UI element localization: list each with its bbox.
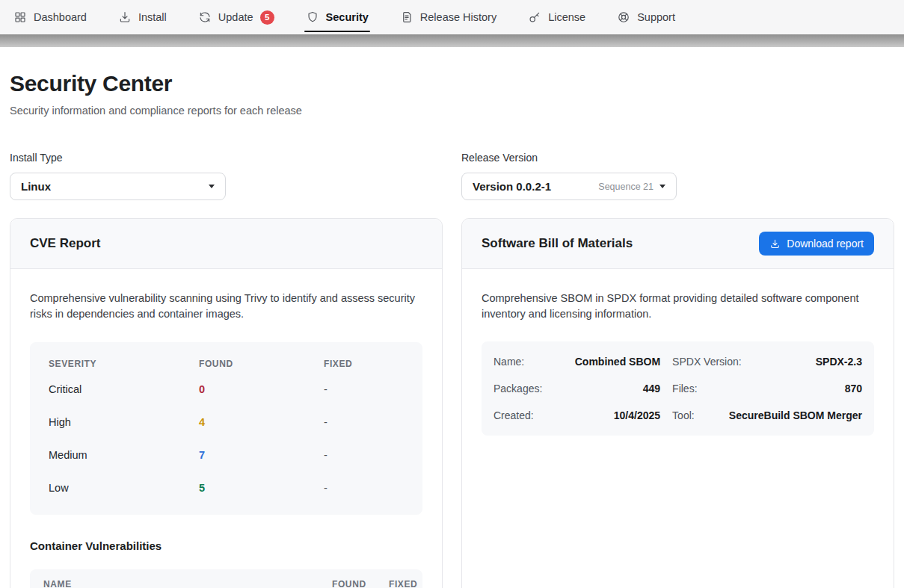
severity-name: High (49, 416, 199, 428)
severity-table-header: SEVERITY FOUND FIXED (49, 355, 404, 373)
download-icon (118, 10, 132, 24)
tab-label: License (548, 11, 585, 23)
install-type-label: Install Type (10, 152, 443, 164)
column-header-name: NAME (43, 579, 332, 588)
cve-report-header: CVE Report (10, 219, 442, 269)
severity-name: Medium (49, 449, 199, 461)
table-row: Critical 0 - (49, 373, 404, 406)
sbom-card: Software Bill of Materials Download repo… (461, 218, 894, 588)
cards-row: CVE Report Comprehensive vulnerability s… (10, 218, 894, 588)
container-vulnerabilities-table-header: NAME FOUND FIXED (30, 569, 422, 588)
cve-report-body: Comprehensive vulnerability scanning usi… (10, 269, 442, 588)
detail-value: 10/4/2025 (534, 409, 660, 421)
download-report-label: Download report (787, 238, 864, 250)
detail-value: SPDX-2.3 (742, 356, 862, 368)
dashboard-grid-icon (13, 10, 27, 24)
chevron-down-icon (659, 185, 665, 188)
column-header-found: FOUND (199, 359, 324, 369)
sbom-header: Software Bill of Materials Download repo… (462, 219, 894, 269)
tab-install[interactable]: Install (118, 0, 167, 34)
key-icon (528, 10, 541, 24)
top-navigation: Dashboard Install Update 5 Security Rele… (0, 0, 904, 34)
detail-label: Created: (493, 409, 534, 421)
severity-found-count: 5 (199, 482, 324, 494)
release-version-filter: Release Version Version 0.0.2-1 Sequence… (461, 152, 894, 200)
tab-support[interactable]: Support (617, 0, 675, 34)
column-header-fixed: FIXED (324, 359, 404, 369)
table-row: Packages: 449 Files: 870 (493, 375, 862, 402)
update-count-badge: 5 (260, 10, 274, 25)
download-icon (769, 238, 781, 250)
cve-report-card: CVE Report Comprehensive vulnerability s… (10, 218, 443, 588)
release-version-sequence: Sequence 21 (598, 182, 654, 192)
chevron-down-icon (209, 185, 215, 188)
severity-table: SEVERITY FOUND FIXED Critical 0 - High 4… (30, 342, 422, 515)
page-title: Security Center (10, 71, 894, 96)
page-subtitle: Security information and compliance repo… (10, 105, 894, 117)
install-type-value: Linux (21, 180, 203, 193)
detail-value: 870 (698, 383, 862, 394)
detail-value: SecureBuild SBOM Merger (695, 409, 862, 421)
detail-value: 449 (542, 383, 660, 394)
tab-label: Security (326, 11, 369, 23)
sbom-details: Name: Combined SBOM SPDX Version: SPDX-2… (482, 341, 874, 436)
release-version-value: Version 0.0.2-1 (473, 180, 598, 193)
filters-row: Install Type Linux Release Version Versi… (10, 152, 894, 200)
install-type-select[interactable]: Linux (10, 173, 226, 200)
detail-label: Files: (672, 383, 697, 394)
column-header-severity: SEVERITY (49, 359, 199, 369)
sbom-title: Software Bill of Materials (482, 236, 633, 251)
detail-label: Name: (493, 356, 524, 368)
download-report-button[interactable]: Download report (759, 232, 874, 256)
shield-icon (306, 10, 319, 24)
table-row: Created: 10/4/2025 Tool: SecureBuild SBO… (493, 402, 862, 429)
severity-found-count: 0 (199, 383, 324, 395)
lifebuoy-icon (617, 10, 630, 24)
document-icon (400, 10, 413, 24)
severity-fixed-count: - (324, 482, 404, 494)
table-row: Low 5 - (49, 471, 404, 504)
sbom-description: Comprehensive SBOM in SPDX format provid… (482, 291, 874, 323)
severity-name: Low (49, 482, 199, 494)
severity-fixed-count: - (324, 383, 404, 395)
table-row: Medium 7 - (49, 439, 404, 471)
cve-report-title: CVE Report (30, 236, 100, 251)
detail-value: Combined SBOM (524, 356, 660, 368)
detail-label: Packages: (493, 383, 542, 394)
table-row: Name: Combined SBOM SPDX Version: SPDX-2… (493, 348, 862, 375)
detail-label: SPDX Version: (672, 356, 742, 368)
tab-security[interactable]: Security (306, 0, 369, 34)
refresh-icon (198, 10, 212, 24)
tab-label: Dashboard (34, 11, 87, 23)
tab-label: Release History (420, 11, 496, 23)
install-type-filter: Install Type Linux (10, 152, 443, 200)
main-content: Security Center Security information and… (0, 71, 904, 588)
detail-label: Tool: (672, 409, 695, 421)
severity-name: Critical (49, 383, 199, 395)
release-version-label: Release Version (461, 152, 894, 164)
scroll-shadow-divider (0, 34, 904, 47)
column-header-fixed: FIXED (389, 579, 415, 588)
release-version-select[interactable]: Version 0.0.2-1 Sequence 21 (461, 173, 677, 200)
tab-label: Update (218, 11, 253, 23)
tab-update[interactable]: Update 5 (198, 0, 274, 34)
severity-fixed-count: - (324, 416, 404, 428)
severity-found-count: 4 (199, 416, 324, 428)
tab-label: Install (138, 11, 167, 23)
cve-report-description: Comprehensive vulnerability scanning usi… (30, 291, 422, 323)
tab-license[interactable]: License (528, 0, 585, 34)
column-header-found: FOUND (332, 579, 389, 588)
container-vulnerabilities-title: Container Vulnerabilities (30, 539, 422, 552)
severity-fixed-count: - (324, 449, 404, 461)
table-row: High 4 - (49, 406, 404, 439)
tab-dashboard[interactable]: Dashboard (13, 0, 87, 34)
tab-label: Support (637, 11, 675, 23)
tab-release-history[interactable]: Release History (400, 0, 496, 34)
sbom-body: Comprehensive SBOM in SPDX format provid… (462, 269, 894, 436)
severity-found-count: 7 (199, 449, 324, 461)
